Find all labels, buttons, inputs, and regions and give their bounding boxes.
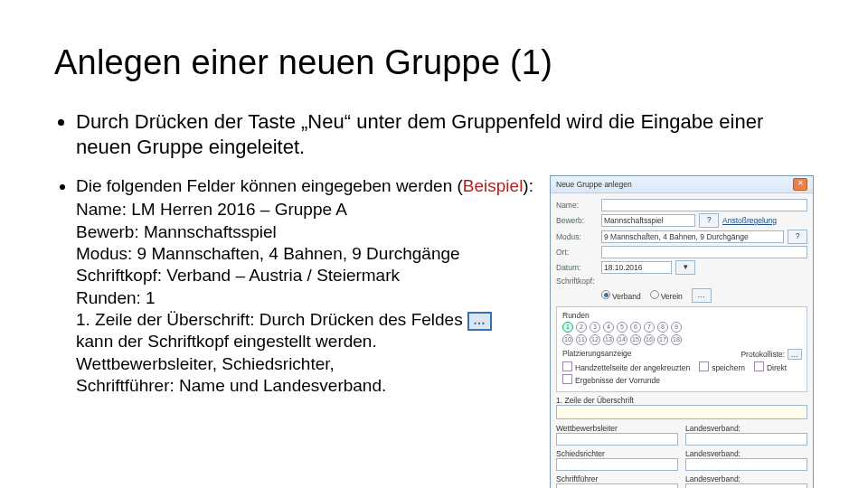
bullet2-intro: Die folgenden Felder können eingegeben w… [76,176,463,195]
runde-dot[interactable]: 9 [671,322,682,333]
dialog-new-group: Neue Gruppe anlegen ✕ Name: Bewerb: Mann… [550,175,814,488]
field-modus: Modus: 9 Mannschaften, 4 Bahnen, 9 Durch… [76,243,537,265]
lbl-direkt: Direkt [767,363,787,372]
lbl-runden: Runden [562,311,802,320]
field-bewerb: Bewerb: Mannschaftsspiel [76,221,537,243]
ellipsis-protokoll[interactable]: … [788,349,803,360]
input-name[interactable] [601,199,807,211]
help-button-2[interactable]: ? [788,230,807,244]
input-bewerb[interactable]: Mannschaftsspiel [601,214,695,227]
link-anstoss[interactable]: Anstoßregelung [722,216,777,225]
input-schriftf[interactable] [556,483,678,488]
field-rest2: Schriftführer: Name und Landesverband. [76,375,537,397]
close-icon[interactable]: ✕ [793,178,807,191]
runde-dot[interactable]: 11 [576,334,587,345]
runde-dot[interactable]: 10 [562,334,573,345]
runde-dot[interactable]: 14 [617,334,627,345]
runde-dot[interactable]: 2 [576,322,587,333]
lbl-spieler: speichern [712,363,745,372]
lbl-handzettel: Handzettelseite der angekreuzten [575,363,690,372]
runde-dot[interactable]: 4 [603,322,614,333]
field-zeile-b: kann der Schriftkopf eingestellt werden. [76,331,537,352]
field-runden: Runden: 1 [76,287,537,309]
lbl-zeile1: 1. Zeile der Überschrift [556,396,807,405]
slide-title: Anlegen einer neuen Gruppe (1) [54,43,814,82]
input-datum[interactable]: 18.10.2016 [601,261,672,274]
dialog-title: Neue Gruppe anlegen [556,180,632,189]
input-schieds[interactable] [556,458,678,471]
check-handzettel[interactable] [562,361,572,371]
lbl-lv1: Landesverband: [685,424,807,433]
bullet-intro: Durch Drücken der Taste „Neu“ unter dem … [76,109,814,159]
input-lv2[interactable] [685,458,807,471]
runde-dot[interactable]: 6 [630,322,641,333]
radio-verein[interactable] [650,290,659,299]
check-speichern[interactable] [699,361,709,371]
ellipsis-button[interactable]: … [467,312,492,331]
ellipsis-schriftkopf[interactable]: … [692,288,712,303]
check-direkt[interactable] [754,361,764,371]
example-label: Beispiel [463,176,524,195]
bullet-fields: Die folgenden Felder können eingegeben w… [76,175,537,397]
lbl-platzierung: Platzierungsanzeige [562,349,632,358]
radio-verband[interactable] [601,290,610,299]
lbl-verband: Verband [612,292,641,301]
help-button[interactable]: ? [699,213,719,228]
lbl-schieds: Schiedsrichter [556,449,678,458]
input-lv1[interactable] [685,433,807,446]
runde-dot[interactable]: 18 [671,334,682,345]
input-wettbewerb[interactable] [556,433,678,446]
runde-dot[interactable]: 17 [657,334,668,345]
runde-dot[interactable]: 13 [603,334,614,345]
date-picker-button[interactable]: ▾ [675,260,695,275]
input-lv3[interactable] [685,483,807,488]
lbl-bewerb: Bewerb: [556,216,598,225]
field-schriftkopf: Schriftkopf: Verband – Austria / Steierm… [76,265,537,286]
lbl-ort: Ort: [556,248,598,257]
runde-dot[interactable]: 7 [644,322,655,333]
field-zeile-a: 1. Zeile der Überschrift: Durch Drücken … [76,310,463,329]
check-ergebnisse[interactable] [562,374,572,384]
runde-dot[interactable]: 1 [562,322,573,333]
lbl-datum: Datum: [556,263,598,272]
runde-dot[interactable]: 15 [630,334,641,345]
field-name: Name: LM Herren 2016 – Gruppe A [76,199,537,221]
lbl-lv3: Landesverband: [685,474,807,483]
lbl-wettbewerb: Wettbewerbsleiter [556,424,678,433]
runde-dot[interactable]: 5 [617,322,627,333]
lbl-lv2: Landesverband: [685,449,807,458]
field-rest1: Wettbewerbsleiter, Schiedsrichter, [76,353,537,375]
lbl-modus: Modus: [556,232,598,241]
runde-dot[interactable]: 12 [590,334,600,345]
input-zeile1[interactable] [556,405,807,419]
lbl-schriftkopf: Schriftkopf: [556,277,598,286]
runde-dot[interactable]: 16 [644,334,655,345]
runde-dot[interactable]: 8 [657,322,668,333]
lbl-verein: Verein [661,292,683,301]
input-ort[interactable] [601,246,807,258]
input-modus[interactable]: 9 Mannschaften, 4 Bahnen, 9 Durchgänge [601,230,784,243]
lbl-name: Name: [556,201,598,210]
bullet2-intro-end: ): [523,176,533,195]
lbl-schriftf: Schriftführer [556,474,678,483]
lbl-ergebnisse: Ergebnisse der Vorrunde [575,376,660,385]
lbl-protokoll: Protokolliste: [741,350,785,359]
runde-dot[interactable]: 3 [590,322,600,333]
